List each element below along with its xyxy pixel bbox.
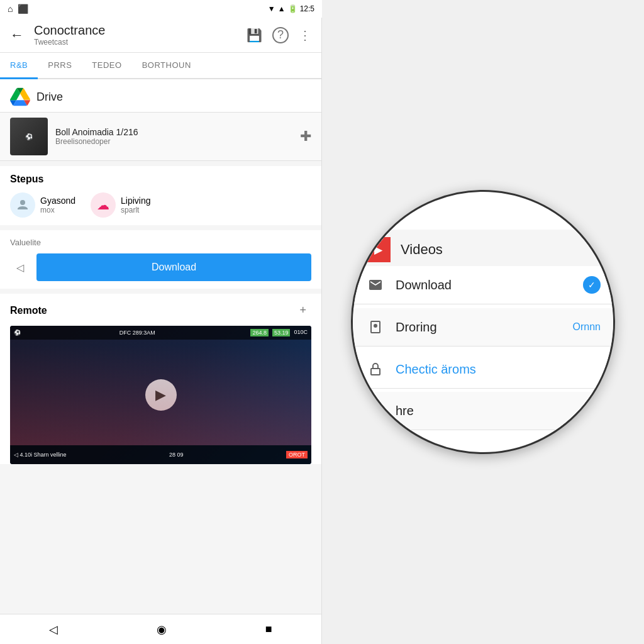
videos-icon: ▶ bbox=[365, 237, 391, 262]
video-bottom-mid: 28 09 bbox=[169, 452, 184, 458]
popup-chectic-label: Chectic äroms bbox=[396, 362, 601, 377]
tab-borthoun[interactable]: BORTHOUN bbox=[132, 53, 201, 78]
stepus-info-1: Lipiving sparlt bbox=[121, 196, 150, 214]
tabs-bar: R&B PRRS TEDEO BORTHOUN bbox=[0, 53, 321, 79]
popup-chectic-icon bbox=[365, 359, 386, 379]
nav-back-button[interactable]: ◁ bbox=[49, 623, 58, 636]
drive-section-title: Drive bbox=[36, 91, 63, 104]
popup-hre-label: hre bbox=[396, 404, 601, 418]
stepus-items-list: Gyasond mox ☁ Lipiving sparlt bbox=[10, 192, 311, 218]
popup-droring-label: Droring bbox=[396, 320, 563, 335]
svg-point-2 bbox=[374, 324, 377, 328]
svg-point-0 bbox=[20, 200, 25, 205]
drive-item-subtitle: Breelisonedoper bbox=[55, 137, 300, 146]
drive-item-info: Boll Anoimadia 1/216 Breelisonedoper bbox=[55, 127, 300, 146]
stepus-name-0: Gyasond bbox=[40, 196, 75, 206]
svg-rect-3 bbox=[371, 369, 380, 375]
app-bar-action-icons: 💾 ? ⋮ bbox=[247, 27, 311, 43]
battery-icon: 🔋 bbox=[288, 4, 297, 13]
drive-item-title: Boll Anoimadia 1/216 bbox=[55, 127, 300, 137]
app-bar-title-block: Conoctrance Tweetcast bbox=[34, 23, 247, 47]
circle-popup: ▶ Videos Download ✓ Droring Ornnn bbox=[351, 190, 615, 454]
home-icon: ⌂ bbox=[8, 4, 13, 14]
download-section: Valuelite ◁ Download bbox=[0, 230, 321, 289]
back-button[interactable]: ← bbox=[10, 27, 24, 43]
drive-icon bbox=[10, 87, 30, 107]
drive-section: Drive ⚽ Boll Anoimadia 1/216 Breelisoned… bbox=[0, 79, 321, 161]
stepus-info-0: Gyasond mox bbox=[40, 196, 75, 214]
stepus-name-1: Lipiving bbox=[121, 196, 150, 206]
stepus-sub-1: sparlt bbox=[121, 206, 150, 214]
popup-menu-item-droring[interactable]: Droring Ornnn bbox=[353, 308, 613, 347]
tab-rnb[interactable]: R&B bbox=[0, 53, 38, 79]
phone-left-panel: ⌂ ⬛ ▼ ▲ 🔋 12:5 ← Conoctrance Tweetcast 💾… bbox=[0, 0, 322, 644]
back-triangle-button[interactable]: ◁ bbox=[10, 257, 30, 277]
video-bottom-left: ◁ 4.10i Sharn velline bbox=[14, 452, 67, 458]
remote-section-header: Remote + bbox=[10, 301, 311, 319]
nav-recents-button[interactable]: ■ bbox=[265, 623, 272, 636]
popup-menu-item-chectic[interactable]: Chectic äroms bbox=[353, 350, 613, 389]
video-score2: 53.19 bbox=[272, 329, 291, 336]
popup-videos-header: ▶ Videos bbox=[353, 230, 613, 270]
app-title: Conoctrance bbox=[34, 23, 247, 38]
nav-home-button[interactable]: ◉ bbox=[157, 623, 167, 636]
app-bar: ← Conoctrance Tweetcast 💾 ? ⋮ bbox=[0, 18, 321, 53]
popup-menu-item-hre[interactable]: hre bbox=[353, 392, 613, 430]
remote-title: Remote bbox=[10, 305, 47, 316]
stepus-item-0: Gyasond mox bbox=[10, 192, 75, 218]
status-bar-right-icons: ▼ ▲ 🔋 12:5 bbox=[268, 4, 314, 13]
popup-hre-icon bbox=[365, 401, 386, 421]
video-bottom-bar: ◁ 4.10i Sharn velline 28 09 OROT bbox=[10, 445, 311, 464]
stepus-section: Stepus Gyasond mox ☁ Lipivin bbox=[0, 166, 321, 225]
video-player[interactable]: ⚽ DFC 289:3AM 264.8 53.19 010C ▶ bbox=[10, 326, 311, 464]
drive-thumb: ⚽ bbox=[10, 118, 48, 155]
video-inner: ⚽ DFC 289:3AM 264.8 53.19 010C ▶ bbox=[10, 326, 311, 464]
remote-section: Remote + ⚽ DFC 289:3AM 264.8 53.19 010C bbox=[0, 294, 321, 464]
help-icon[interactable]: ? bbox=[272, 27, 289, 43]
stepus-avatar-1: ☁ bbox=[91, 192, 116, 218]
wifi-icon: ▼ bbox=[268, 4, 275, 13]
valuelite-label: Valuelite bbox=[10, 238, 311, 247]
popup-download-icon bbox=[365, 275, 386, 295]
stepus-title: Stepus bbox=[10, 174, 311, 185]
stepus-item-1: ☁ Lipiving sparlt bbox=[91, 192, 150, 218]
cast-icon: ⬛ bbox=[18, 4, 28, 14]
video-overlay-left: ⚽ bbox=[14, 330, 24, 336]
video-overlay-center: DFC 289:3AM bbox=[119, 330, 155, 336]
popup-droring-action: Ornnn bbox=[573, 321, 601, 333]
circle-inner: ▶ Videos Download ✓ Droring Ornnn bbox=[353, 192, 613, 452]
popup-download-label: Download bbox=[396, 278, 573, 292]
nav-bar: ◁ ◉ ■ bbox=[0, 614, 321, 644]
tab-tedeo[interactable]: TEDEO bbox=[82, 53, 131, 78]
status-bar: ⌂ ⬛ ▼ ▲ 🔋 12:5 bbox=[0, 0, 322, 18]
videos-label: Videos bbox=[401, 242, 443, 258]
video-overlay-right: 264.8 53.19 010C bbox=[250, 329, 308, 336]
popup-download-check: ✓ bbox=[583, 276, 601, 294]
right-panel: ▶ Videos Download ✓ Droring Ornnn bbox=[322, 0, 644, 644]
save-icon[interactable]: 💾 bbox=[247, 28, 262, 43]
download-row: ◁ Download bbox=[10, 253, 311, 281]
signal-icon: ▲ bbox=[278, 4, 286, 13]
video-score1: 264.8 bbox=[250, 329, 269, 336]
drive-item[interactable]: ⚽ Boll Anoimadia 1/216 Breelisonedoper ✚ bbox=[0, 112, 321, 161]
popup-menu-item-download[interactable]: Download ✓ bbox=[353, 266, 613, 304]
remote-add-button[interactable]: + bbox=[294, 301, 311, 319]
time-display: 12:5 bbox=[300, 4, 314, 13]
video-top-overlay: ⚽ DFC 289:3AM 264.8 53.19 010C bbox=[10, 326, 311, 340]
main-content: Drive ⚽ Boll Anoimadia 1/216 Breelisoned… bbox=[0, 79, 321, 614]
video-score3: 010C bbox=[294, 329, 308, 336]
stepus-avatar-0 bbox=[10, 192, 35, 218]
more-icon[interactable]: ⋮ bbox=[299, 28, 311, 43]
download-button[interactable]: Download bbox=[36, 253, 311, 281]
soccer-players-bg bbox=[10, 345, 311, 445]
status-bar-left-icons: ⌂ ⬛ bbox=[8, 4, 28, 14]
drive-add-icon[interactable]: ✚ bbox=[300, 128, 311, 145]
popup-droring-icon bbox=[365, 317, 386, 337]
drive-section-header: Drive bbox=[0, 79, 321, 112]
video-bottom-right: OROT bbox=[286, 451, 308, 458]
tab-prrs[interactable]: PRRS bbox=[38, 53, 82, 78]
videos-icon-triangle: ▶ bbox=[374, 244, 382, 256]
stepus-sub-0: mox bbox=[40, 206, 75, 214]
app-subtitle: Tweetcast bbox=[34, 38, 247, 47]
